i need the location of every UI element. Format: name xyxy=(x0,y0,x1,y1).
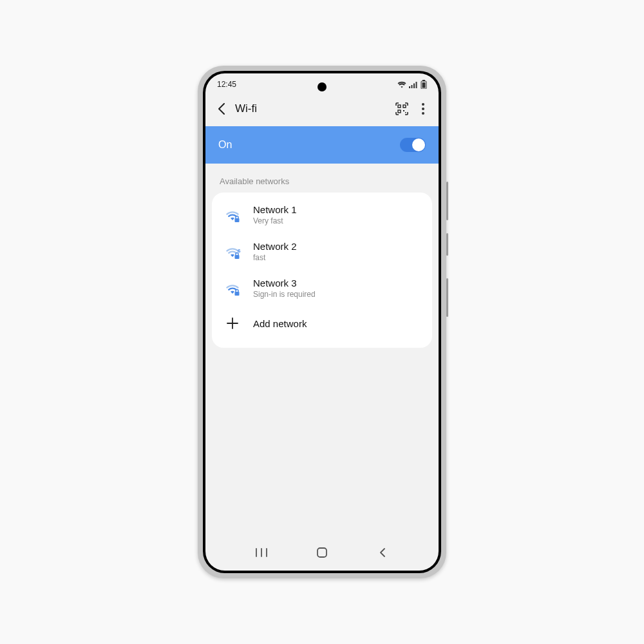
network-row-3[interactable]: Network 3 Sign-in is required xyxy=(212,270,432,307)
network-name: Network 2 xyxy=(253,241,297,252)
svg-rect-7 xyxy=(398,105,401,108)
networks-card: Network 1 Very fast 6 xyxy=(212,193,432,348)
home-icon xyxy=(316,547,328,558)
svg-rect-0 xyxy=(409,86,410,88)
add-network-row[interactable]: Add network xyxy=(212,307,432,340)
plus-icon xyxy=(223,314,242,332)
battery-icon xyxy=(421,80,427,89)
network-status: Very fast xyxy=(253,216,297,225)
network-status: fast xyxy=(253,253,297,262)
svg-rect-6 xyxy=(422,82,426,88)
network-name: Network 1 xyxy=(253,204,297,215)
more-options-button[interactable] xyxy=(417,103,430,115)
wifi-toggle-switch[interactable] xyxy=(400,138,426,152)
side-button xyxy=(446,278,448,317)
network-status: Sign-in is required xyxy=(253,290,316,299)
navigation-bar xyxy=(205,538,439,571)
svg-rect-15 xyxy=(235,292,240,296)
screen: 12:45 Wi-fi xyxy=(205,73,439,571)
front-camera xyxy=(317,82,327,91)
add-network-label: Add network xyxy=(253,318,307,329)
network-row-1[interactable]: Network 1 Very fast xyxy=(212,196,432,233)
svg-rect-9 xyxy=(398,110,401,113)
svg-rect-19 xyxy=(317,548,327,557)
wifi-secure-icon xyxy=(223,279,242,298)
wifi-master-toggle-row[interactable]: On xyxy=(205,126,439,164)
network-row-2[interactable]: 6 Network 2 fast xyxy=(212,233,432,270)
wifi-status-icon xyxy=(397,81,406,88)
dot-icon xyxy=(422,103,424,106)
side-button xyxy=(446,233,448,256)
switch-knob xyxy=(412,138,425,151)
wifi-secure-6-icon: 6 xyxy=(223,243,242,261)
svg-rect-8 xyxy=(403,105,406,108)
recents-icon xyxy=(256,547,267,558)
svg-rect-14 xyxy=(235,255,240,259)
network-name: Network 3 xyxy=(253,278,316,289)
wifi-toggle-label: On xyxy=(218,139,232,151)
svg-rect-1 xyxy=(412,85,413,88)
status-time: 12:45 xyxy=(217,80,236,89)
back-button[interactable] xyxy=(214,102,229,116)
qr-scan-button[interactable] xyxy=(393,100,410,117)
dot-icon xyxy=(422,108,424,110)
phone-frame: 12:45 Wi-fi xyxy=(198,66,446,578)
nav-back-button[interactable] xyxy=(370,543,395,562)
side-button xyxy=(446,182,448,220)
nav-recents-button[interactable] xyxy=(249,543,274,562)
page-title: Wi-fi xyxy=(235,102,387,115)
signal-icon xyxy=(409,81,418,88)
wifi-secure-icon xyxy=(223,206,242,224)
status-icons xyxy=(397,80,427,89)
qr-scan-icon xyxy=(395,102,408,115)
available-networks-label: Available networks xyxy=(205,164,439,193)
app-header: Wi-fi xyxy=(205,94,439,126)
svg-rect-3 xyxy=(416,82,417,88)
content-area: Available networks xyxy=(205,164,439,571)
dot-icon xyxy=(422,112,424,115)
back-icon xyxy=(379,547,386,558)
nav-home-button[interactable] xyxy=(309,543,335,562)
svg-rect-2 xyxy=(413,83,415,88)
chevron-left-icon xyxy=(218,103,225,115)
svg-rect-12 xyxy=(235,218,240,222)
svg-rect-11 xyxy=(405,112,406,113)
svg-rect-10 xyxy=(403,110,404,111)
